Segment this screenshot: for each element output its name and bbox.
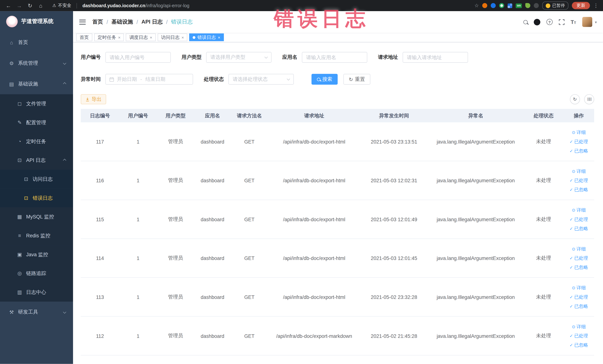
cell-user-type: 管理员 [157, 294, 194, 300]
cell-exception: java.lang.IllegalArgumentException [428, 294, 524, 300]
extension-icon[interactable] [499, 3, 504, 8]
detail-link[interactable]: ⊙详细 [572, 207, 586, 213]
api-log-icon: ⊡ [16, 157, 23, 163]
hamburger-icon[interactable] [79, 20, 86, 24]
link-label: 已处理 [574, 333, 588, 339]
caret-down-icon[interactable]: ▾ [595, 20, 597, 24]
sidebar-item-home[interactable]: ⌂ 首页 [0, 32, 73, 53]
sidebar-item-scheduled-tasks[interactable]: ◔ 定时任务 [0, 132, 73, 151]
refresh-table-button[interactable]: ↻ [570, 94, 580, 104]
processed-link[interactable]: ✓已处理 [569, 216, 588, 223]
sidebar-item-log-center[interactable]: ▥ 日志中心 [0, 283, 73, 302]
detail-link[interactable]: ⊙详细 [572, 284, 586, 291]
ignored-link[interactable]: ✓已忽略 [569, 148, 588, 154]
close-icon[interactable]: × [218, 35, 220, 39]
fullscreen-icon[interactable] [559, 19, 564, 25]
breadcrumb-item-infrastructure[interactable]: 基础设施 [111, 19, 133, 25]
github-icon[interactable] [534, 19, 540, 25]
extension-leaf-icon[interactable] [525, 3, 530, 8]
user-id-input[interactable] [105, 52, 171, 63]
cell-user-id: 1 [119, 333, 157, 339]
sidebar-item-java-monitor[interactable]: ▣ Java 监控 [0, 245, 73, 264]
close-icon[interactable]: × [182, 35, 184, 39]
app-name-input[interactable] [302, 52, 367, 63]
ignored-link[interactable]: ✓已忽略 [569, 225, 588, 232]
paused-badge[interactable]: 已暂停 [542, 1, 568, 10]
address-bar[interactable]: dashboard.yudao.iocoder.cn/infra/log/api… [82, 3, 189, 8]
sidebar-item-redis-monitor[interactable]: ≡ Redis 监控 [0, 226, 73, 245]
site-security-chip[interactable]: ⚠ 不安全 [52, 3, 71, 9]
user-type-select[interactable]: 请选择用户类型 [206, 52, 272, 63]
extension-icon[interactable] [491, 3, 496, 8]
detail-link[interactable]: ⊙详细 [572, 129, 586, 136]
ignored-link[interactable]: ✓已忽略 [569, 342, 588, 348]
forward-icon[interactable]: → [15, 3, 23, 8]
extension-paw-icon[interactable] [534, 3, 539, 8]
ignored-link[interactable]: ✓已忽略 [569, 264, 588, 270]
extension-icon[interactable] [482, 3, 487, 8]
processed-link[interactable]: ✓已处理 [569, 294, 588, 300]
font-size-icon[interactable]: TT [571, 19, 576, 25]
sidebar-item-access-log[interactable]: ⊡ 访问日志 [0, 170, 73, 188]
cell-time: 2021-05-03 12:02:31 [360, 177, 428, 183]
check-icon: ✓ [569, 295, 573, 299]
warning-icon: ⚠ [52, 3, 56, 8]
sidebar-item-file-management[interactable]: ◻ 文件管理 [0, 94, 73, 113]
processed-link[interactable]: ✓已处理 [569, 177, 588, 184]
detail-link[interactable]: ⊙详细 [572, 246, 586, 252]
sidebar-item-api-log[interactable]: ⊡ API 日志 [0, 151, 73, 170]
process-status-select[interactable]: 请选择处理状态 [228, 74, 294, 84]
sidebar-item-config-management[interactable]: ✎ 配置管理 [0, 113, 73, 132]
export-button[interactable]: 导出 [81, 94, 106, 104]
sidebar-item-dev-tools[interactable]: ⚒ 研发工具 [0, 302, 73, 322]
check-icon: ✓ [569, 304, 573, 308]
avatar[interactable] [582, 17, 592, 27]
tab-error-log[interactable]: 错误日志 × [189, 33, 224, 41]
breadcrumb-item-api-log[interactable]: API 日志 [141, 19, 163, 25]
columns-settings-button[interactable]: ☰ [584, 94, 594, 104]
detail-link[interactable]: ⊙详细 [572, 323, 586, 330]
tab-access-log[interactable]: 访问日志 × [158, 33, 187, 41]
sidebar-item-system-management[interactable]: ⚙ 系统管理 [0, 53, 73, 73]
update-button[interactable]: 更新 [572, 2, 590, 9]
request-url-input[interactable] [403, 52, 468, 63]
cell-time: 2021-05-03 12:01:45 [360, 255, 428, 261]
help-icon[interactable]: ? [546, 19, 553, 25]
sidebar-item-infrastructure[interactable]: ▤ 基础设施 [0, 73, 73, 94]
extension-on-badge[interactable]: on [516, 3, 522, 8]
start-date-placeholder: 开始日期 [117, 76, 137, 83]
ignored-link[interactable]: ✓已忽略 [569, 303, 588, 309]
search-button[interactable]: 搜索 [312, 74, 337, 84]
bookmark-star-icon[interactable]: ☆ [474, 3, 479, 9]
redis-icon: ≡ [16, 233, 23, 238]
processed-link[interactable]: ✓已处理 [569, 138, 588, 145]
app-logo[interactable]: 芋道管理系统 [0, 11, 73, 32]
table-row: 116 1 管理员 dashboard GET /api/infra/db-do… [81, 161, 594, 200]
tab-scheduled-tasks[interactable]: 定时任务 × [94, 33, 124, 41]
extension-grid-icon[interactable] [508, 3, 512, 8]
detail-link[interactable]: ⊙详细 [572, 168, 586, 175]
back-icon[interactable]: ← [5, 3, 12, 8]
close-icon[interactable]: × [150, 35, 152, 39]
reload-icon[interactable]: ↻ [26, 3, 34, 8]
home-icon[interactable]: ⌂ [37, 3, 45, 8]
tab-home[interactable]: 首页 [76, 33, 92, 41]
search-icon[interactable] [523, 20, 528, 24]
sidebar-item-mysql-monitor[interactable]: ▦ MySQL 监控 [0, 207, 73, 226]
ignored-link[interactable]: ✓已忽略 [569, 186, 588, 193]
col-exception: 异常名 [428, 112, 524, 119]
breadcrumb-item-home[interactable]: 首页 [92, 19, 103, 25]
col-time: 异常发生时间 [360, 112, 428, 119]
reset-button[interactable]: ↻ 重置 [344, 74, 370, 84]
sidebar-item-error-log[interactable]: ⊡ 错误日志 [0, 188, 73, 208]
exception-time-range-picker[interactable]: 开始日期 - 结束日期 [105, 74, 193, 84]
processed-link[interactable]: ✓已处理 [569, 255, 588, 261]
close-icon[interactable]: × [118, 35, 120, 39]
view-icon: ⊙ [572, 247, 575, 251]
browser-menu-icon[interactable]: ⋮ [593, 3, 598, 9]
processed-link[interactable]: ✓已处理 [569, 333, 588, 339]
sidebar-item-trace[interactable]: ◎ 链路追踪 [0, 264, 73, 283]
config-icon: ✎ [16, 120, 23, 125]
sidebar-item-label: 访问日志 [33, 176, 53, 182]
tab-schedule-log[interactable]: 调度日志 × [126, 33, 156, 41]
